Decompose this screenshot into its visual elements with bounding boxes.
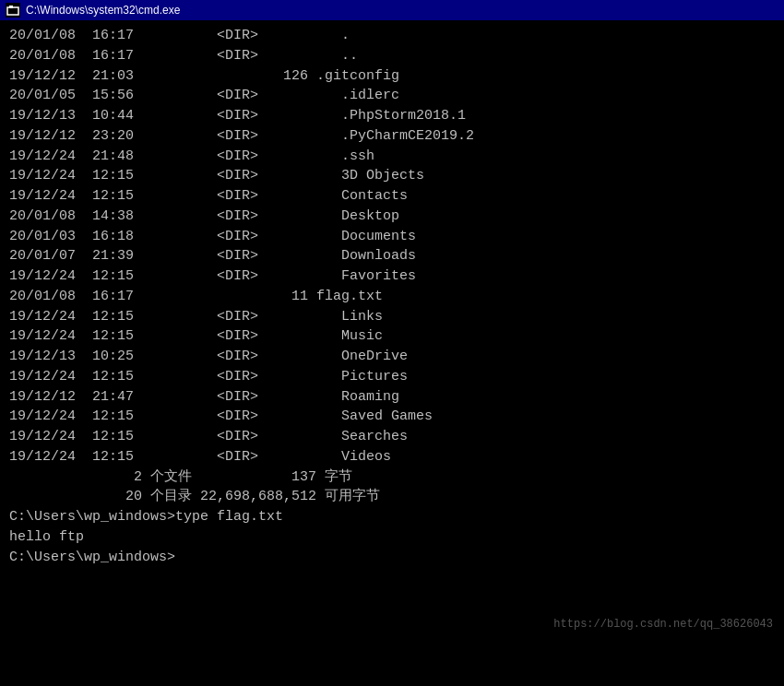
terminal-line: 19/12/13 10:25 <DIR> OneDrive — [9, 347, 775, 367]
terminal-line: hello ftp — [9, 527, 775, 548]
terminal-line: 19/12/24 12:15 <DIR> Saved Games — [9, 407, 775, 427]
title-bar: C:\Windows\system32\cmd.exe — [0, 0, 784, 20]
terminal-line: 19/12/13 10:44 <DIR> .PhpStorm2018.1 — [9, 106, 775, 126]
svg-rect-0 — [7, 7, 18, 15]
terminal-line: 19/12/24 21:48 <DIR> .ssh — [9, 147, 775, 167]
terminal-line: 20/01/07 21:39 <DIR> Downloads — [9, 246, 775, 266]
terminal-line: 19/12/24 12:15 <DIR> Links — [9, 307, 775, 327]
terminal-body: 20/01/08 16:17 <DIR> .20/01/08 16:17 <DI… — [0, 20, 784, 573]
terminal-line: 19/12/12 23:20 <DIR> .PyCharmCE2019.2 — [9, 126, 775, 147]
watermark: https://blog.csdn.net/qq_38626043 — [553, 618, 773, 631]
terminal-line: 20/01/08 16:17 <DIR> . — [9, 26, 775, 46]
terminal-line: 19/12/24 12:15 <DIR> Searches — [9, 427, 775, 447]
terminal-line: 20/01/03 16:18 <DIR> Documents — [9, 227, 775, 247]
title-bar-title: C:\Windows\system32\cmd.exe — [26, 4, 180, 17]
terminal-line: 20/01/08 16:17 11 flag.txt — [9, 287, 775, 307]
terminal-line: 19/12/12 21:47 <DIR> Roaming — [9, 387, 775, 408]
terminal-line: C:\Users\wp_windows>type flag.txt — [9, 507, 775, 527]
title-bar-icon — [6, 3, 20, 18]
svg-rect-1 — [9, 6, 13, 8]
terminal-line: 19/12/24 12:15 <DIR> Contacts — [9, 186, 775, 207]
terminal-line: 20/01/08 14:38 <DIR> Desktop — [9, 207, 775, 227]
terminal-line: 20/01/08 16:17 <DIR> .. — [9, 46, 775, 66]
terminal-line: 19/12/24 12:15 <DIR> Favorites — [9, 266, 775, 287]
terminal-line: 2 个文件 137 字节 — [9, 467, 775, 488]
terminal-line: C:\Users\wp_windows> — [9, 548, 775, 568]
terminal-line: 19/12/24 12:15 <DIR> Music — [9, 326, 775, 347]
terminal-line: 19/12/12 21:03 126 .gitconfig — [9, 66, 775, 87]
terminal-line: 20/01/05 15:56 <DIR> .idlerc — [9, 86, 775, 106]
terminal-line: 19/12/24 12:15 <DIR> Videos — [9, 447, 775, 467]
terminal-line: 19/12/24 12:15 <DIR> 3D Objects — [9, 166, 775, 186]
terminal-line: 20 个目录 22,698,688,512 可用字节 — [9, 487, 775, 507]
terminal-line: 19/12/24 12:15 <DIR> Pictures — [9, 367, 775, 387]
